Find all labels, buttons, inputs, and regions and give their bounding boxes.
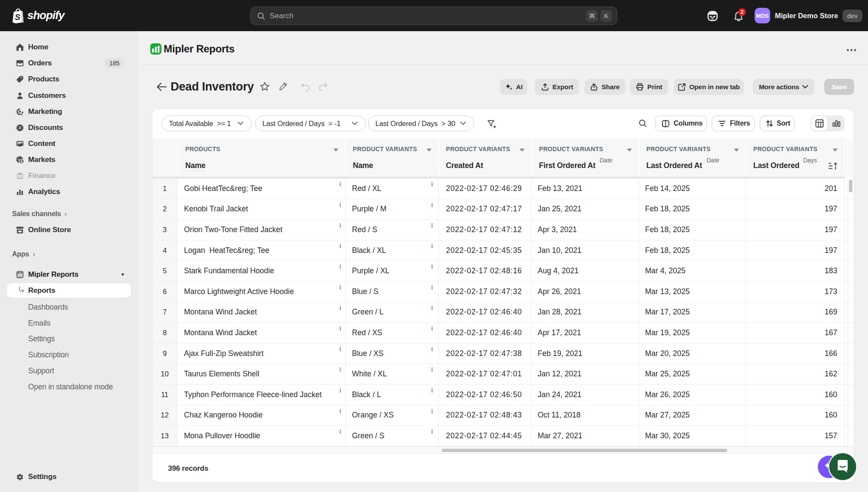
svg-text:S: S	[15, 13, 20, 22]
svg-text:$: $	[21, 159, 23, 163]
